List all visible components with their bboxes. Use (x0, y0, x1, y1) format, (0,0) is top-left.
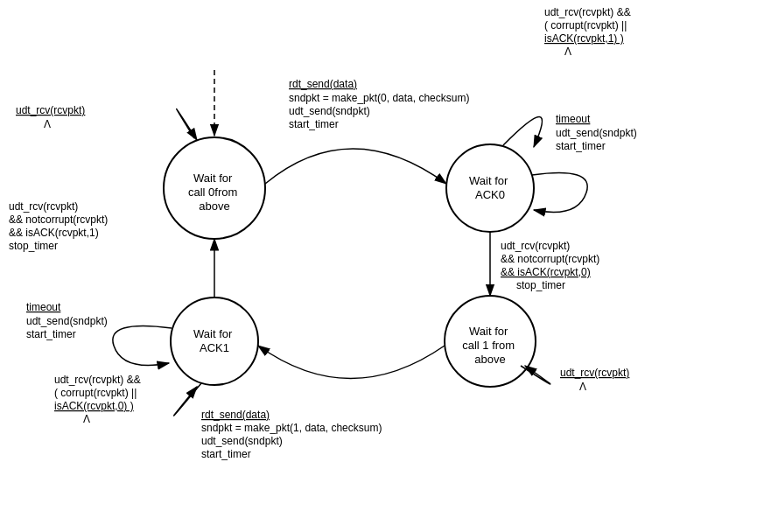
arrow-ack1-timeout (113, 326, 172, 366)
arrow-ack0-timeout (532, 173, 587, 213)
arrow-call0-to-ack0 (265, 149, 446, 184)
arrow-call0-self (177, 108, 197, 140)
state-machine-diagram: Wait for call 0from above Wait for ACK0 … (0, 0, 757, 532)
arrow-call1-self (521, 366, 550, 384)
label-call0-self: udt_rcv(rcvpkt) Λ (16, 104, 88, 130)
label-call0-to-ack0: rdt_send(data) sndpkt = make_pkt(0, data… (289, 78, 473, 130)
state-wait-ack-0-label: Wait for ACK0 (469, 174, 511, 201)
label-ack1-self: udt_rcv(rcvpkt) && ( corrupt(rcvpkt) || … (54, 374, 144, 425)
state-wait-ack-1-label: Wait for ACK1 (193, 327, 235, 354)
arrow-ack0-self (503, 116, 542, 147)
label-ack1-to-call0: udt_rcv(rcvpkt) && notcorrupt(rcvpkt) &&… (9, 200, 111, 252)
label-call1-self: udt_rcv(rcvpkt) Λ (560, 367, 633, 393)
label-call1-to-ack1: rdt_send(data) sndpkt = make_pkt(1, data… (201, 409, 385, 460)
arrow-ack1-self (174, 383, 201, 416)
label-ack1-timeout: timeout udt_send(sndpkt) start_timer (26, 301, 110, 340)
label-ack0-timeout: timeout udt_send(sndpkt) start_timer (556, 113, 640, 152)
label-ack0-to-call1: udt_rcv(rcvpkt) && notcorrupt(rcvpkt) &&… (501, 240, 603, 291)
arrow-call1-to-ack1 (258, 346, 445, 379)
label-ack0-self: udt_rcv(rcvpkt) && ( corrupt(rcvpkt) || … (544, 6, 634, 58)
